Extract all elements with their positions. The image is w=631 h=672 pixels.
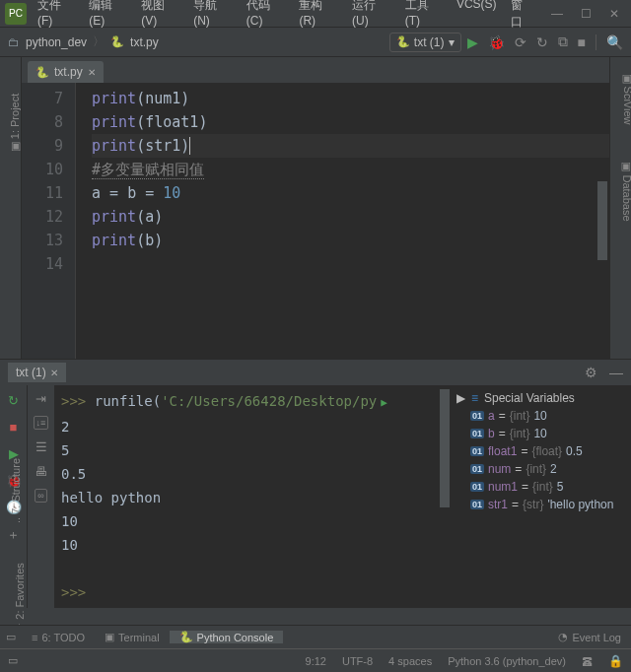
status-bar: ▭ 9:12 UTF-8 4 spaces Python 3.6 (python… (0, 648, 631, 672)
run-tool-window: txt (1) ✕ ⚙ ― ↻ ■ ▶ 🐞 🕓 ＋ ⇥ ↓≡ ☰ 🖶 ∞ >>>… (0, 359, 631, 608)
stop-button[interactable]: ■ (578, 34, 586, 50)
menu-tools[interactable]: 工具(T) (399, 0, 449, 34)
editor-scrollbar[interactable] (597, 181, 607, 260)
menu-refactor[interactable]: 重构(R) (293, 0, 344, 34)
var-row[interactable]: 01 float1 = {float} 0.5 (456, 442, 627, 460)
rerun-icon[interactable]: ↻ (8, 393, 19, 408)
project-tool-button[interactable]: ▣ 1: Project (9, 94, 22, 153)
indent-settings[interactable]: 4 spaces (388, 655, 432, 667)
console-output[interactable]: >>> runfile('C:/Users/66428/Desktop/py▶ … (55, 385, 452, 608)
readonly-status-icon[interactable]: 🕿 (582, 655, 593, 667)
expand-icon[interactable]: ▶ (456, 391, 465, 405)
run-config-label: txt (1) (414, 35, 445, 49)
breadcrumb: 🗀 python_dev 〉 🐍 txt.py (8, 34, 384, 50)
caret-position[interactable]: 9:12 (306, 655, 326, 667)
var-row[interactable]: 01 str1 = {str} 'hello python (456, 496, 627, 513)
vars-header[interactable]: Special Variables (484, 391, 575, 405)
line-gutter: 7891011121314 (22, 83, 76, 359)
editor-tabs: 🐍 txt.py ✕ (22, 57, 609, 83)
var-row[interactable]: 01 a = {int} 10 (456, 407, 627, 425)
app-logo: PC (5, 3, 27, 25)
minimize-tool-icon[interactable]: ― (609, 365, 623, 380)
sciview-tool-button[interactable]: ▣ SciView (621, 74, 632, 125)
file-encoding[interactable]: UTF-8 (342, 655, 373, 667)
special-vars-icon: ≡ (471, 391, 478, 405)
console-tab[interactable]: txt (1) ✕ (8, 363, 66, 382)
menu-view[interactable]: 视图(V) (135, 0, 185, 34)
concurrency-button[interactable]: ⧉ (558, 34, 568, 50)
toggle-layout-icon[interactable]: ⇥ (35, 391, 46, 406)
python-console-tool-button[interactable]: 🐍Python Console (170, 631, 284, 643)
tool-window-quick-access-icon[interactable]: ▭ (0, 631, 22, 643)
python-file-icon: 🐍 (35, 66, 49, 79)
todo-tool-button[interactable]: ≡6: TODO (22, 632, 95, 643)
menu-file[interactable]: 文件(F) (32, 0, 81, 34)
database-tool-button[interactable]: ▣ Database (620, 162, 631, 221)
breadcrumb-project[interactable]: python_dev (26, 35, 87, 49)
scroll-end-icon[interactable]: ☰ (35, 439, 47, 454)
var-row[interactable]: 01 num = {int} 2 (456, 460, 627, 478)
menu-nav[interactable]: 导航(N) (187, 0, 239, 34)
bottom-tool-bar: ▭ ≡6: TODO ▣Terminal 🐍Python Console ◔Ev… (0, 625, 631, 648)
debug-button[interactable]: 🐞 (488, 34, 505, 50)
maximize-icon[interactable]: ☐ (581, 7, 592, 21)
var-row[interactable]: 01 b = {int} 10 (456, 425, 627, 442)
python-interpreter[interactable]: Python 3.6 (python_dev) (448, 655, 566, 667)
search-button[interactable]: 🔍 (606, 34, 623, 50)
console-tab-label: txt (1) (16, 366, 46, 379)
breadcrumb-file[interactable]: txt.py (130, 35, 159, 49)
code-editor[interactable]: 7891011121314 print(num1) print(float1) … (22, 83, 609, 359)
folder-icon: 🗀 (8, 35, 20, 49)
menu-window[interactable]: 窗口 (505, 0, 539, 34)
print-icon[interactable]: 🖶 (35, 464, 47, 479)
main-menu: 文件(F) 编辑(E) 视图(V) 导航(N) 代码(C) 重构(R) 运行(U… (32, 0, 539, 34)
right-tool-stripe: ▣ SciView ▣ Database (609, 57, 631, 359)
coverage-button[interactable]: ⟳ (515, 34, 526, 50)
soft-wrap-icon[interactable]: ↓≡ (34, 416, 49, 430)
profile-button[interactable]: ↻ (536, 34, 548, 50)
show-tool-windows-icon[interactable]: ▭ (8, 654, 18, 667)
var-row[interactable]: 01 num1 = {int} 5 (456, 478, 627, 496)
menu-run[interactable]: 运行(U) (346, 0, 397, 34)
favorites-tool-button[interactable]: ★ 2: Favorites (14, 563, 27, 633)
run-config-selector[interactable]: 🐍 txt (1) ▾ (389, 33, 461, 52)
titlebar: PC 文件(F) 编辑(E) 视图(V) 导航(N) 代码(C) 重构(R) 运… (0, 0, 631, 28)
menu-code[interactable]: 代码(C) (241, 0, 292, 34)
show-vars-icon[interactable]: ∞ (35, 489, 46, 503)
close-icon[interactable]: ✕ (609, 7, 619, 21)
console-tab-close-icon[interactable]: ✕ (50, 368, 58, 378)
event-log-tool-button[interactable]: ◔Event Log (548, 631, 631, 643)
structure-tool-button[interactable]: .. 7: Structure (10, 458, 22, 523)
minimize-icon[interactable]: ― (551, 7, 563, 21)
menu-vcs[interactable]: VCS(S) (451, 0, 503, 34)
breadcrumb-sep-icon: 〉 (93, 34, 105, 50)
run-button[interactable]: ▶ (467, 34, 478, 50)
add-icon[interactable]: ＋ (7, 526, 20, 544)
editor-tab-label: txt.py (54, 65, 83, 79)
console-action-bar-2: ⇥ ↓≡ ☰ 🖶 ∞ (28, 385, 55, 608)
menu-edit[interactable]: 编辑(E) (83, 0, 133, 34)
stop-icon[interactable]: ■ (10, 420, 18, 435)
tab-close-icon[interactable]: ✕ (88, 67, 96, 78)
lock-icon[interactable]: 🔒 (608, 654, 623, 668)
terminal-tool-button[interactable]: ▣Terminal (95, 631, 170, 643)
left-tool-stripe: ▣ 1: Project (0, 57, 22, 359)
editor-tab[interactable]: 🐍 txt.py ✕ (28, 61, 104, 83)
variables-panel: ▶≡Special Variables 01 a = {int} 10 01 b… (452, 385, 631, 608)
chevron-down-icon: ▾ (449, 35, 455, 49)
console-scrollbar[interactable] (440, 389, 450, 507)
settings-icon[interactable]: ⚙ (585, 365, 597, 380)
execute-icon[interactable]: ▶ (381, 396, 387, 409)
python-file-icon: 🐍 (110, 35, 124, 48)
python-icon: 🐍 (396, 35, 410, 48)
